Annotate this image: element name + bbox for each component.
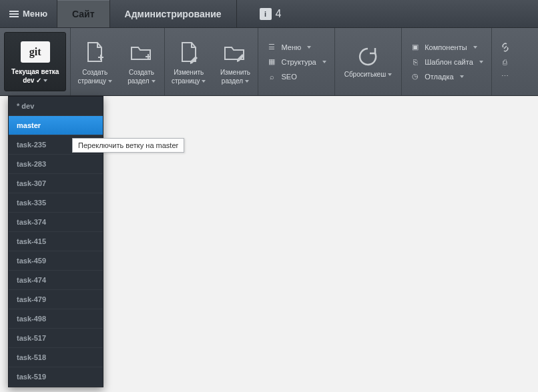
edit-page-button[interactable]: Изменитьстраницу [165,28,213,95]
chevron-down-icon [202,80,206,83]
main-menu-label: Меню [23,9,47,19]
chevron-down-icon [152,80,156,83]
branch-item[interactable]: task-479 [9,290,103,309]
clear-cache-button[interactable]: Сброситькеш [335,28,402,95]
chevron-down-icon [43,79,47,82]
branch-item[interactable]: task-519 [9,367,103,387]
branch-item[interactable]: task-459 [9,251,103,271]
toolbar: git Текущая ветка dev ✓ Создатьстраницу … [0,28,538,96]
template-submenu[interactable]: ⎘ Шаблон сайта [410,56,483,68]
chevron-down-icon [307,46,311,49]
tooltip: Переключить ветку на master [72,138,184,153]
link-icon [500,43,511,52]
branch-item[interactable]: * dev [9,97,103,116]
components-submenu[interactable]: ▣ Компоненты [410,41,483,53]
branch-item[interactable]: task-374 [9,213,103,232]
structure-submenu[interactable]: ▦ Структура [266,56,326,68]
git-label-2: dev ✓ [23,77,41,84]
debug-submenu[interactable]: ◷ Отладка [410,71,483,83]
grid-icon: ▦ [266,57,277,67]
link-button[interactable] [500,41,511,53]
branch-item[interactable]: task-517 [9,329,103,348]
clipboard-icon: ⎘ [410,57,421,67]
notification-count: 4 [276,8,282,20]
extra-button[interactable]: ⋯ [500,71,511,83]
page-edit-icon [180,39,198,66]
branch-item[interactable]: task-474 [9,271,103,290]
create-page-button[interactable]: Создатьстраницу [71,28,119,95]
clock-icon: ◷ [410,72,421,81]
info-icon: i [260,8,272,20]
menu-submenu[interactable]: ☰ Меню [266,41,326,53]
chevron-down-icon [473,46,477,49]
branch-item[interactable]: master [9,116,103,135]
branch-item[interactable]: task-518 [9,348,103,367]
list-icon: ☰ [266,43,277,52]
folder-edit-icon [224,39,246,66]
tab-site[interactable]: Сайт [57,0,109,27]
seo-icon: ⌕ [266,72,277,81]
git-icon: git [21,41,50,63]
clipboard-button[interactable]: ⎙ [500,56,511,68]
edit-section-button[interactable]: Изменитьраздел [212,28,258,95]
seo-submenu[interactable]: ⌕ SEO [266,71,326,83]
branch-item[interactable]: task-283 [9,155,103,174]
components-icon: ▣ [410,43,421,52]
topbar: Меню Сайт Администрирование i 4 [0,0,538,28]
folder-plus-icon [130,39,153,66]
hamburger-icon [9,11,19,17]
branch-item[interactable]: task-415 [9,232,103,251]
git-branch-button[interactable]: git Текущая ветка dev ✓ [4,32,66,91]
chevron-down-icon [479,61,483,63]
chevron-down-icon [322,61,326,63]
branch-item[interactable]: task-498 [9,309,103,329]
paste-icon: ⎙ [500,57,511,67]
chevron-down-icon [245,80,249,83]
tab-site-label: Сайт [72,9,95,19]
git-label-1: Текущая ветка [11,68,59,75]
chevron-down-icon [460,75,464,78]
dev-menu-group: ▣ Компоненты ⎘ Шаблон сайта ◷ Отладка [402,28,492,95]
structure-menu-group: ☰ Меню ▦ Структура ⌕ SEO [258,28,334,95]
create-section-button[interactable]: Создатьраздел [119,28,164,95]
branch-item[interactable]: task-335 [9,193,103,213]
link-group: ⎙ ⋯ [492,28,513,95]
refresh-icon [356,45,379,68]
tab-admin-label: Администрирование [125,9,222,19]
notification-button[interactable]: i 4 [250,0,291,27]
chevron-down-icon [108,80,112,83]
tab-admin[interactable]: Администрирование [110,0,236,27]
branch-item[interactable]: task-307 [9,174,103,193]
main-menu-button[interactable]: Меню [0,0,57,27]
page-plus-icon [85,39,104,66]
chevron-down-icon [388,73,392,76]
more-icon: ⋯ [500,72,511,81]
